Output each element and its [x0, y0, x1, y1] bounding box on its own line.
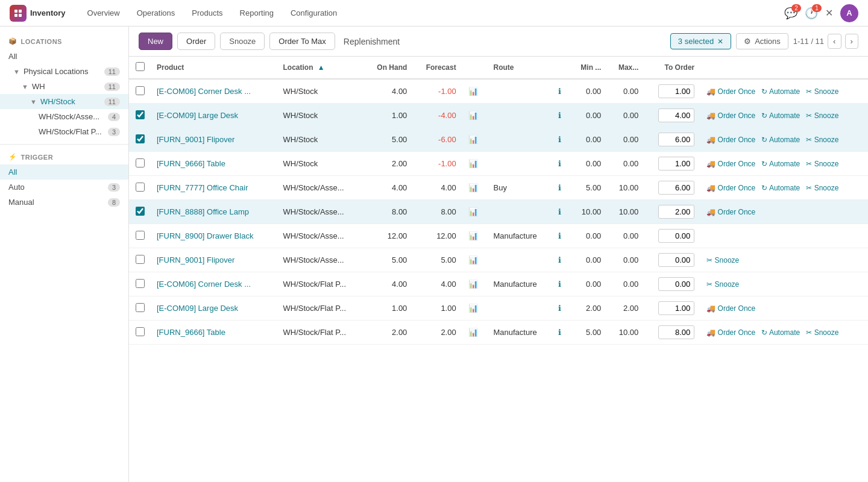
new-button[interactable]: New — [139, 33, 172, 50]
info-icon-cell[interactable]: ℹ — [552, 200, 570, 224]
automate-link[interactable]: ↻ Automate — [761, 160, 800, 168]
chart-icon-cell[interactable]: 📊 — [462, 224, 488, 248]
nav-operations[interactable]: Operations — [130, 5, 183, 21]
row-checkbox[interactable] — [136, 158, 145, 167]
chart-icon[interactable]: 📊 — [468, 135, 478, 144]
info-icon-cell[interactable]: ℹ — [552, 248, 570, 272]
nav-reporting[interactable]: Reporting — [233, 5, 281, 21]
automate-link[interactable]: ↻ Automate — [761, 87, 800, 96]
order-once-link[interactable]: 🚚 Order Once — [706, 111, 755, 120]
tree-toggle-wh[interactable]: ▼ — [22, 83, 28, 90]
row-checkbox[interactable] — [136, 327, 145, 336]
info-icon-cell[interactable]: ℹ — [552, 272, 570, 296]
sidebar-wh-stock-asse[interactable]: WH/Stock/Asse... 4 — [0, 109, 128, 124]
to-order-cell[interactable] — [644, 272, 700, 296]
select-all-checkbox[interactable] — [136, 62, 145, 71]
info-icon[interactable]: ℹ — [558, 135, 561, 144]
row-checkbox[interactable] — [136, 183, 145, 192]
snooze-link[interactable]: ✂ Snooze — [806, 87, 838, 96]
to-order-input[interactable] — [658, 181, 694, 195]
snooze-link[interactable]: ✂ Snooze — [706, 256, 739, 264]
user-avatar[interactable]: A — [840, 4, 858, 22]
select-all-header[interactable] — [129, 57, 151, 79]
chart-icon[interactable]: 📊 — [468, 207, 478, 216]
chart-icon-cell[interactable]: 📊 — [462, 128, 488, 152]
info-icon-cell[interactable]: ℹ — [552, 79, 570, 104]
to-order-input[interactable] — [658, 133, 694, 146]
chart-icon[interactable]: 📊 — [468, 328, 478, 337]
row-checkbox[interactable] — [136, 86, 145, 95]
close-icon[interactable]: ✕ — [825, 7, 833, 19]
nav-products[interactable]: Products — [184, 5, 230, 21]
to-order-cell[interactable] — [644, 248, 700, 272]
chart-icon-cell[interactable]: 📊 — [462, 321, 488, 345]
selected-badge[interactable]: 3 selected ✕ — [670, 33, 731, 49]
chart-icon[interactable]: 📊 — [468, 111, 478, 120]
sidebar-trigger-manual[interactable]: Manual 8 — [0, 195, 128, 210]
info-icon[interactable]: ℹ — [558, 111, 561, 120]
to-order-cell[interactable] — [644, 176, 700, 200]
sidebar-wh-stock-flat[interactable]: WH/Stock/Flat P... 3 — [0, 124, 128, 139]
snooze-link[interactable]: ✂ Snooze — [806, 184, 838, 192]
sidebar-wh-stock[interactable]: ▼ WH/Stock 11 — [0, 94, 128, 109]
to-order-cell[interactable] — [644, 104, 700, 128]
to-order-input[interactable] — [658, 325, 694, 339]
order-once-link[interactable]: 🚚 Order Once — [706, 87, 755, 96]
product-cell[interactable]: [FURN_9001] Flipover — [151, 248, 277, 272]
nav-configuration[interactable]: Configuration — [283, 5, 344, 21]
chart-icon[interactable]: 📊 — [468, 255, 478, 264]
sidebar-trigger-all[interactable]: All — [0, 164, 128, 180]
order-once-link[interactable]: 🚚 Order Once — [706, 304, 755, 313]
product-cell[interactable]: [FURN_9666] Table — [151, 321, 277, 345]
automate-link[interactable]: ↻ Automate — [761, 136, 800, 144]
tree-toggle-wh-stock[interactable]: ▼ — [30, 98, 37, 105]
to-order-input[interactable] — [658, 205, 694, 219]
chart-icon[interactable]: 📊 — [468, 280, 478, 289]
info-icon[interactable]: ℹ — [558, 159, 561, 168]
info-icon[interactable]: ℹ — [558, 207, 561, 216]
chart-icon-cell[interactable]: 📊 — [462, 248, 488, 272]
row-checkbox[interactable] — [136, 231, 145, 240]
to-order-cell[interactable] — [644, 128, 700, 152]
snooze-button[interactable]: Snooze — [220, 33, 265, 50]
chart-icon[interactable]: 📊 — [468, 304, 478, 313]
chart-icon-cell[interactable]: 📊 — [462, 272, 488, 296]
to-order-cell[interactable] — [644, 200, 700, 224]
chart-icon[interactable]: 📊 — [468, 159, 478, 168]
automate-link[interactable]: ↻ Automate — [761, 111, 800, 120]
info-icon-cell[interactable]: ℹ — [552, 176, 570, 200]
actions-button[interactable]: ⚙ Actions — [736, 33, 788, 49]
order-button[interactable]: Order — [177, 33, 215, 50]
location-header[interactable]: Location ▲ — [277, 57, 364, 79]
to-order-input[interactable] — [658, 253, 694, 267]
snooze-link[interactable]: ✂ Snooze — [806, 160, 838, 168]
clear-selection-button[interactable]: ✕ — [717, 37, 723, 46]
prev-page-button[interactable]: ‹ — [828, 34, 841, 49]
info-icon-cell[interactable]: ℹ — [552, 296, 570, 321]
chart-icon-cell[interactable]: 📊 — [462, 296, 488, 321]
to-order-input[interactable] — [658, 301, 694, 315]
order-to-max-button[interactable]: Order To Max — [269, 33, 335, 50]
order-once-link[interactable]: 🚚 Order Once — [706, 136, 755, 144]
product-cell[interactable]: [FURN_8888] Office Lamp — [151, 200, 277, 224]
to-order-cell[interactable] — [644, 152, 700, 176]
tree-toggle-physical[interactable]: ▼ — [13, 68, 20, 75]
to-order-cell[interactable] — [644, 296, 700, 321]
row-checkbox[interactable] — [136, 279, 145, 288]
chart-icon-cell[interactable]: 📊 — [462, 104, 488, 128]
row-checkbox[interactable] — [136, 303, 145, 312]
info-icon[interactable]: ℹ — [558, 304, 561, 313]
product-cell[interactable]: [E-COM06] Corner Desk ... — [151, 272, 277, 296]
info-icon[interactable]: ℹ — [558, 183, 561, 192]
chart-icon-cell[interactable]: 📊 — [462, 79, 488, 104]
info-icon-cell[interactable]: ℹ — [552, 321, 570, 345]
snooze-link[interactable]: ✂ Snooze — [806, 328, 838, 337]
chart-icon-cell[interactable]: 📊 — [462, 200, 488, 224]
chart-icon[interactable]: 📊 — [468, 231, 478, 240]
info-icon[interactable]: ℹ — [558, 280, 561, 289]
clock-button[interactable]: 🕐 1 — [805, 7, 818, 20]
product-cell[interactable]: [E-COM06] Corner Desk ... — [151, 79, 277, 104]
row-checkbox[interactable] — [136, 207, 145, 216]
snooze-link[interactable]: ✂ Snooze — [806, 136, 838, 144]
chart-icon-cell[interactable]: 📊 — [462, 152, 488, 176]
